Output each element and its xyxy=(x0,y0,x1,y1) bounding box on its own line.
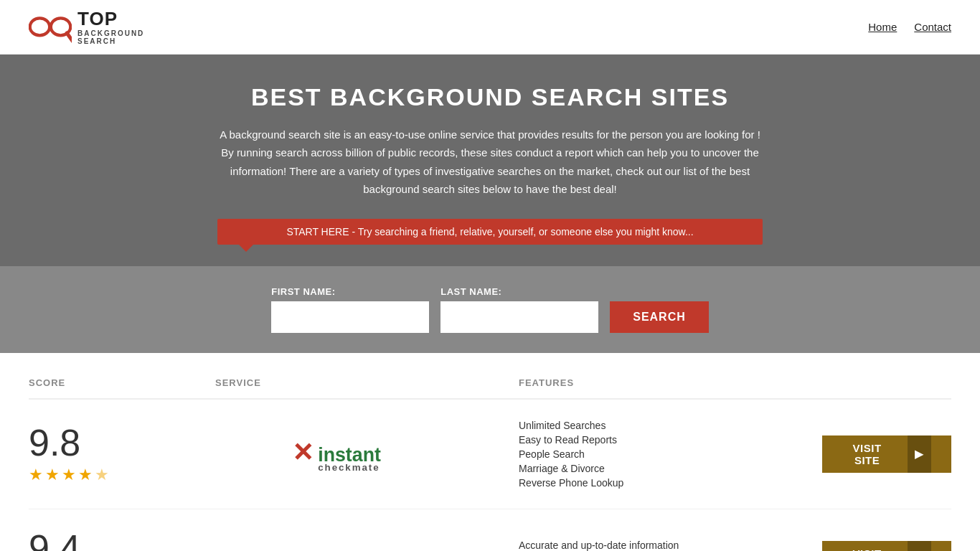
results-table: SCORE SERVICE FEATURES 9.8 ★ ★ ★ ★ ★ ✕ i… xyxy=(0,367,980,551)
site-header: TOP BACKGROUNDSEARCH Home Contact xyxy=(0,0,980,55)
logo: TOP BACKGROUNDSEARCH xyxy=(29,9,144,45)
star-3: ★ xyxy=(62,466,76,484)
search-form: FIRST NAME: LAST NAME: SEARCH xyxy=(196,286,784,333)
svg-point-0 xyxy=(30,19,50,36)
service-cell-1: ✕ instant checkmate xyxy=(215,434,519,474)
main-nav: Home Contact xyxy=(868,21,951,33)
visit-label-1: VISIT SITE xyxy=(842,442,892,466)
svg-text:Looker: Looker xyxy=(367,548,435,551)
features-cell-1: Unlimited Searches Easy to Read Reports … xyxy=(519,420,822,489)
svg-point-4 xyxy=(48,25,52,29)
col-score: SCORE xyxy=(29,377,215,388)
feature-item: Easy to Read Reports xyxy=(519,434,822,446)
score-number-1: 9.8 xyxy=(29,424,80,461)
col-action xyxy=(822,377,951,388)
first-name-label: FIRST NAME: xyxy=(271,286,429,297)
score-cell-2: 9.4 ★ ★ ★ ★ ★ xyxy=(29,529,215,551)
hero-section: BEST BACKGROUND SEARCH SITES A backgroun… xyxy=(0,55,980,266)
service-cell-2: People Looker xyxy=(215,542,519,551)
nav-home[interactable]: Home xyxy=(868,21,897,33)
logo-icon xyxy=(29,9,72,44)
feature-item: Unlimited Searches xyxy=(519,420,822,431)
feature-item: Reverse Phone Lookup xyxy=(519,477,822,489)
svg-line-3 xyxy=(67,33,72,42)
visit-label-2: VISIT SITE xyxy=(842,547,892,551)
visit-site-button-1[interactable]: VISIT SITE ▶ xyxy=(822,435,951,473)
arrow-icon: ▶ xyxy=(908,541,931,551)
last-name-label: LAST NAME: xyxy=(440,286,598,297)
last-name-group: LAST NAME: xyxy=(440,286,598,333)
star-1: ★ xyxy=(29,466,43,484)
visit-cell-2: VISIT SITE ▶ xyxy=(822,541,951,551)
star-5-half: ★ xyxy=(95,466,109,484)
table-header: SCORE SERVICE FEATURES xyxy=(29,367,951,400)
last-name-input[interactable] xyxy=(440,301,598,333)
logo-top-label: TOP xyxy=(77,9,144,29)
hero-title: BEST BACKGROUND SEARCH SITES xyxy=(14,83,966,111)
checkmate-logo: ✕ instant checkmate xyxy=(292,434,443,474)
logo-text: TOP BACKGROUNDSEARCH xyxy=(77,9,144,45)
first-name-input[interactable] xyxy=(271,301,429,333)
feature-item: Marriage & Divorce xyxy=(519,463,822,474)
table-row: 9.8 ★ ★ ★ ★ ★ ✕ instant checkmate Unlimi… xyxy=(29,400,951,509)
logo-sub-label: BACKGROUNDSEARCH xyxy=(77,29,144,45)
score-number-2: 9.4 xyxy=(29,529,80,551)
nav-contact[interactable]: Contact xyxy=(914,21,951,33)
hero-description: A background search site is an easy-to-u… xyxy=(217,126,763,199)
search-button[interactable]: SEARCH xyxy=(610,301,709,333)
search-form-area: FIRST NAME: LAST NAME: SEARCH xyxy=(0,266,980,353)
svg-text:✕: ✕ xyxy=(292,438,314,467)
score-cell-1: 9.8 ★ ★ ★ ★ ★ xyxy=(29,424,215,484)
visit-site-button-2[interactable]: VISIT SITE ▶ xyxy=(822,541,951,551)
arrow-icon: ▶ xyxy=(908,435,931,473)
star-2: ★ xyxy=(45,466,60,484)
stars-1: ★ ★ ★ ★ ★ xyxy=(29,466,109,484)
features-cell-2: Accurate and up-to-date information Unli… xyxy=(519,540,822,551)
star-4: ★ xyxy=(78,466,93,484)
visit-cell-1: VISIT SITE ▶ xyxy=(822,435,951,473)
table-row: 9.4 ★ ★ ★ ★ ★ People Looker Accurate and… xyxy=(29,509,951,551)
svg-text:checkmate: checkmate xyxy=(318,462,380,473)
feature-item: People Search xyxy=(519,448,822,460)
col-service: SERVICE xyxy=(215,377,519,388)
peoplelooker-logo: People Looker xyxy=(292,542,443,551)
svg-text:People: People xyxy=(292,548,359,551)
col-features: FEATURES xyxy=(519,377,822,388)
feature-item: Accurate and up-to-date information xyxy=(519,540,822,551)
first-name-group: FIRST NAME: xyxy=(271,286,429,333)
search-prompt: START HERE - Try searching a friend, rel… xyxy=(217,219,763,245)
